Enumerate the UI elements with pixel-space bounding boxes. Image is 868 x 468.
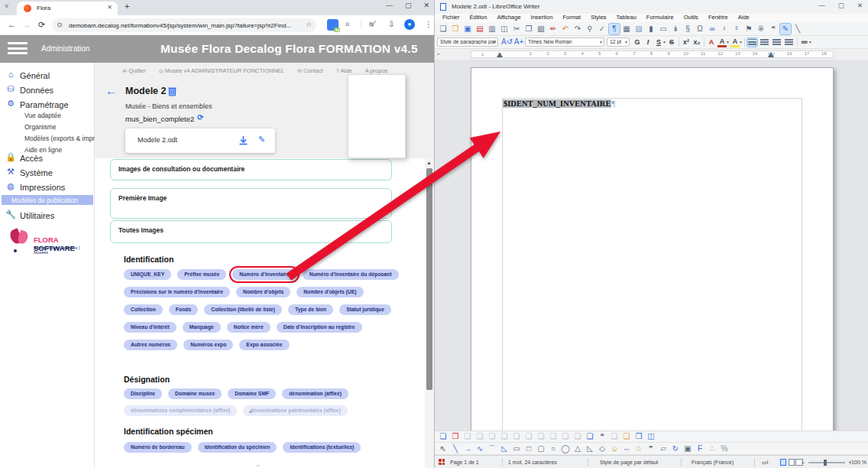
field-chip[interactable]: Identification du spécimen bbox=[198, 442, 277, 453]
insert-table-icon[interactable]: ▦ bbox=[621, 24, 632, 34]
sidebar-subitem[interactable]: Vue adaptée bbox=[24, 112, 105, 121]
save-icon[interactable]: ▣ bbox=[462, 24, 473, 34]
undo-icon[interactable]: ↶ bbox=[560, 24, 571, 34]
insert-image-icon[interactable]: ▨ bbox=[633, 24, 644, 34]
new-tab-button[interactable]: + bbox=[125, 2, 129, 11]
menu-item[interactable]: Insertion bbox=[527, 14, 557, 22]
scroll-up-icon[interactable]: ▲ bbox=[426, 160, 432, 165]
browser-maximize-button[interactable]: ▢ bbox=[405, 2, 412, 9]
font-name-select[interactable]: Times New Roman▼ bbox=[525, 37, 604, 47]
document-text-line[interactable]: $IDENT_NUM_INVENTAIRE¶ bbox=[503, 99, 615, 108]
new-style-icon[interactable]: A+ bbox=[513, 37, 524, 47]
copy-icon[interactable]: ❐ bbox=[523, 24, 534, 34]
edit-pencil-icon[interactable]: ✎ bbox=[258, 135, 265, 145]
paste-icon[interactable]: ▧ bbox=[536, 24, 546, 34]
sidebar-subitem[interactable]: Organisme bbox=[24, 123, 105, 132]
cut-icon[interactable]: ✂ bbox=[511, 24, 522, 34]
list-dropdown-icon[interactable]: ▼ bbox=[808, 40, 812, 44]
tab-stop-selector-icon[interactable]: ⌐ bbox=[437, 51, 440, 57]
menu-item[interactable]: Formulaire bbox=[643, 14, 678, 22]
field-chip[interactable]: Identifications (textuelles) bbox=[283, 442, 361, 453]
sidebar-item-parametrage[interactable]: ⚙ Paramétrage bbox=[0, 98, 95, 112]
field-chip[interactable]: Marquage bbox=[183, 322, 221, 333]
status-language[interactable]: Français (France) bbox=[691, 460, 734, 465]
rotate-icon[interactable]: ↻ bbox=[670, 444, 681, 454]
left-indent-marker[interactable] bbox=[497, 52, 503, 57]
insert-textbox-icon[interactable]: ▭ bbox=[658, 24, 669, 34]
sidebar-item-utilitaires[interactable]: 🔧 Utilitaires bbox=[0, 209, 95, 223]
triangle-icon[interactable]: △ bbox=[572, 444, 583, 454]
field-chip[interactable]: Numéro de bordereau bbox=[124, 442, 192, 453]
symbol-shapes-icon[interactable]: ☺ bbox=[609, 444, 620, 454]
browser-tab[interactable]: Flora ✕ bbox=[17, 2, 118, 15]
fontwork-icon[interactable]: F bbox=[695, 444, 705, 454]
flowchart-icon[interactable]: ▱ bbox=[658, 444, 669, 454]
mm-doc5-icon[interactable]: ❏ bbox=[511, 431, 522, 442]
browser-minimize-button[interactable]: — bbox=[386, 2, 393, 9]
sidebar-item-impressions[interactable]: ◍ Impressions bbox=[0, 180, 95, 194]
spellcheck-icon[interactable]: ✓ bbox=[597, 24, 607, 34]
mm-edit-icon[interactable]: ❏ bbox=[438, 431, 449, 442]
back-button[interactable]: ← bbox=[105, 84, 117, 97]
contact-link[interactable]: ✉Contact bbox=[297, 67, 323, 78]
status-word-count[interactable]: 1 mot, 24 caractères bbox=[508, 460, 557, 465]
menu-item[interactable]: Styles bbox=[587, 14, 610, 22]
ruler-strip[interactable]: 1 123456789101112131415161718 bbox=[471, 50, 834, 58]
align-justify-button[interactable] bbox=[784, 38, 794, 47]
mm-doc7-icon[interactable]: ❏ bbox=[536, 431, 546, 442]
mm-pdf-icon[interactable]: ❐ bbox=[450, 431, 461, 442]
cross-reference-icon[interactable]: ※ bbox=[756, 24, 766, 34]
download-icon[interactable] bbox=[238, 135, 248, 148]
zoom-out-icon[interactable]: − bbox=[801, 459, 805, 466]
field-chip[interactable]: Domaine SMF bbox=[228, 388, 276, 399]
current-user[interactable]: ◎Musée v4 ADMINISTRATEUR FONCTIONNEL bbox=[159, 67, 284, 78]
open-icon[interactable]: ❒ bbox=[450, 24, 461, 34]
multi-page-view-icon[interactable] bbox=[789, 459, 795, 466]
align-center-button[interactable] bbox=[760, 38, 769, 47]
insert-field-icon[interactable]: § bbox=[682, 24, 693, 34]
sidebar-subitem-modeles-publication[interactable]: Modèles de publication bbox=[2, 195, 93, 205]
menu-item[interactable]: Fenêtre bbox=[704, 14, 732, 22]
content-scrollbar[interactable]: ▲ bbox=[425, 158, 433, 468]
tab-close-icon[interactable]: ✕ bbox=[107, 4, 112, 11]
status-page-count[interactable]: Page 1 de 1 bbox=[450, 460, 479, 465]
clone-formatting-icon[interactable]: ✏ bbox=[548, 24, 559, 34]
back-icon[interactable]: ← bbox=[8, 20, 16, 29]
basic-shapes-icon[interactable]: ◇ bbox=[597, 444, 607, 454]
find-replace-icon[interactable]: ⚲ bbox=[585, 24, 595, 34]
update-style-icon[interactable]: A↺ bbox=[501, 37, 512, 47]
export-pdf-icon[interactable]: ▤ bbox=[474, 24, 485, 34]
field-chip[interactable]: Collection bbox=[124, 304, 163, 315]
mm-doc4-icon[interactable]: ❏ bbox=[499, 431, 510, 442]
field-chip[interactable]: Autres numéros bbox=[124, 340, 177, 350]
mm-doc3-icon[interactable]: ❏ bbox=[487, 431, 497, 442]
subscript-button[interactable]: x₂ bbox=[692, 38, 701, 46]
mm-doc8-icon[interactable]: ❏ bbox=[548, 431, 559, 442]
field-chip[interactable]: dénomination (affixe) bbox=[282, 388, 348, 399]
field-chip[interactable]: Collection (libellé de liste) bbox=[204, 304, 282, 315]
bookmark-star-icon[interactable]: ☆ bbox=[306, 21, 312, 28]
url-text[interactable]: demobam.decalog.net/formationv45/jsp/sys… bbox=[69, 22, 301, 29]
sidebar-item-general[interactable]: ⌂ Général bbox=[0, 69, 95, 83]
underline-dropdown-icon[interactable]: ▼ bbox=[662, 40, 666, 44]
sidebar-item-systeme[interactable]: ⚒ Système bbox=[0, 166, 95, 180]
zoom-slider-thumb[interactable] bbox=[824, 460, 827, 466]
site-settings-icon[interactable]: ⛭ bbox=[57, 21, 62, 29]
extension-icon[interactable]: 3a bbox=[327, 19, 338, 31]
browser-menu-kebab-icon[interactable]: ⋮ bbox=[425, 20, 432, 28]
extensions-puzzle-icon[interactable]: ⌗ bbox=[345, 20, 350, 29]
menu-item[interactable]: Outils bbox=[680, 14, 702, 22]
menu-item[interactable]: Tableau bbox=[613, 14, 640, 22]
writer-minimize-button[interactable]: — bbox=[818, 2, 825, 9]
clear-formatting-button[interactable]: A bbox=[707, 38, 716, 46]
profile-avatar[interactable]: ● bbox=[404, 19, 415, 30]
align-left-button[interactable] bbox=[747, 38, 757, 47]
field-chip[interactable]: Date d'inscription au registre bbox=[277, 322, 362, 333]
callouts-icon[interactable]: ❞ bbox=[646, 444, 656, 454]
line-icon[interactable]: ╲ bbox=[450, 444, 461, 454]
font-size-select[interactable]: 12 pt▼ bbox=[607, 37, 630, 47]
freeform-icon[interactable]: ∿ bbox=[474, 444, 485, 454]
align-right-button[interactable] bbox=[772, 38, 782, 47]
menu-item[interactable]: Format bbox=[559, 14, 585, 22]
field-chip[interactable]: dénominations complémentaires (affixe) bbox=[124, 405, 237, 416]
